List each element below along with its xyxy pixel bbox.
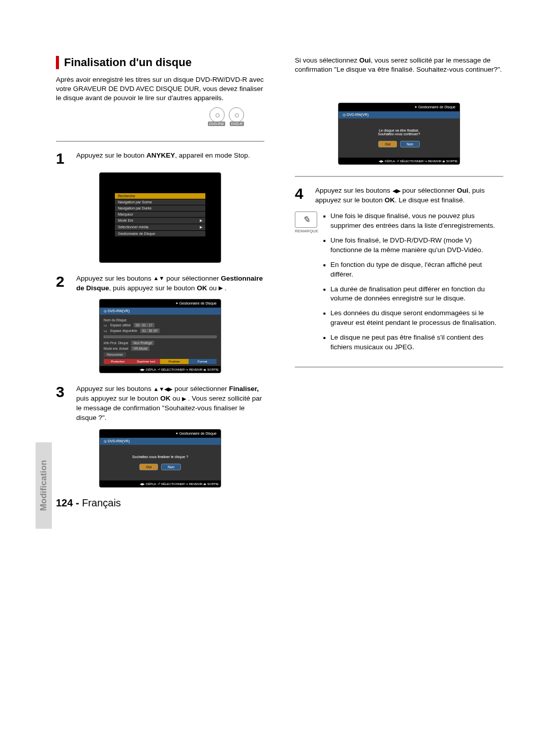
- menu-item: Marqueur: [115, 211, 205, 217]
- menu-item: Navigation par Durée: [115, 205, 205, 211]
- osd-anykey-menu: Recherche Navigation par Scène Navigatio…: [99, 172, 221, 263]
- remark-block: ✎ REMARQUE Une fois le disque finalisé, …: [295, 211, 503, 357]
- non-button: Non: [400, 141, 420, 147]
- note-item: Une fois le disque finalisé, vous ne pou…: [323, 211, 503, 231]
- menu-item: Mode Enr▶: [115, 218, 205, 224]
- intro-text: Après avoir enregistré les titres sur un…: [56, 75, 264, 103]
- note-item: Une fois finalisé, le DVD-R/DVD-RW (mode…: [323, 236, 503, 255]
- oui-button: Oui: [378, 141, 397, 147]
- step-1: 1 Appuyez sur le bouton ANYKEY, appareil…: [56, 151, 264, 166]
- osd-disc-manager: Gestionnaire de Disque ◎ DVD-RW(VR) Nom …: [99, 299, 221, 373]
- note-item: Les données du disque seront endommagées…: [323, 309, 503, 328]
- step-2: 2 Appuyez sur les boutons ▲▼ pour sélect…: [56, 274, 264, 293]
- right-intro: Si vous sélectionnez Oui, vous serez sol…: [295, 56, 503, 74]
- page-footer: 124 - Français: [56, 497, 121, 509]
- step-4: 4 Appuyez sur les boutons ◀▶ pour sélect…: [295, 186, 503, 205]
- section-title: Finalisation d'un disque: [56, 56, 264, 69]
- disc-rw-icon: [209, 107, 225, 123]
- step-3: 3 Appuyez sur les boutons ▲▼◀▶ pour séle…: [56, 384, 264, 423]
- osd-confirm-continue: Gestionnaire de Disque ◎ DVD-RW(VR) Le d…: [338, 103, 460, 165]
- menu-item: Recherche: [115, 193, 205, 199]
- menu-item: Sélectionner média▶: [115, 224, 205, 230]
- non-button: Non: [161, 464, 181, 470]
- disc-r-icon: [229, 107, 244, 123]
- osd-confirm-finalise: Gestionnaire de Disque ◎ DVD-RW(VR) Souh…: [99, 429, 221, 488]
- oui-button: Oui: [139, 464, 158, 470]
- note-icon: ✎: [295, 211, 317, 228]
- side-tab: Modification: [36, 442, 52, 529]
- note-item: Le disque ne peut pas être finalisé s'il…: [323, 333, 503, 352]
- menu-item: Gestionnaire de Disque: [115, 231, 205, 236]
- menu-item: Navigation par Scène: [115, 199, 205, 205]
- note-item: La durée de finalisation peut différer e…: [323, 285, 503, 304]
- disc-icons: [56, 107, 264, 123]
- note-item: En fonction du type de disque, l'écran a…: [323, 260, 503, 280]
